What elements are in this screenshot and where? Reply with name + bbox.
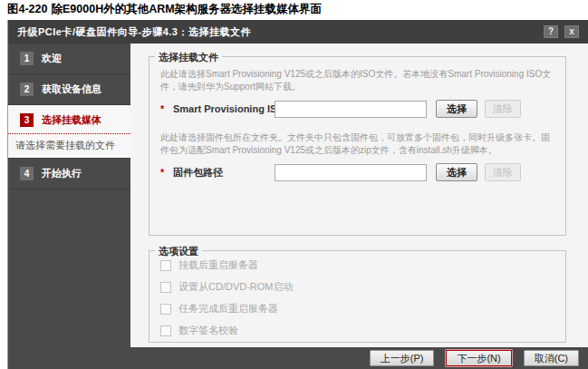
firmware-select-button[interactable]: 选择: [436, 163, 477, 181]
sidebar-step-welcome[interactable]: 1 欢迎: [8, 44, 130, 74]
dialog-footer: 上一步(P) 下一步(N) 取消(C): [8, 347, 588, 369]
checkbox-icon: [160, 282, 171, 293]
iso-field-row: * Smart Provisioning ISO文件 选择 清除: [160, 99, 556, 119]
iso-description: 此处请选择Smart Provisioning V125或之后版本的ISO文件。…: [160, 68, 556, 93]
figure-title: 除E9000H外的其他ARM架构服务器选择挂载媒体界面: [51, 3, 322, 15]
dialog-title: 升级PCIe卡/硬盘固件向导-步骤4.3：选择挂载文件: [17, 25, 537, 39]
step-label: 欢迎: [42, 52, 62, 65]
help-icon[interactable]: ?: [544, 25, 558, 38]
iso-file-label: Smart Provisioning ISO文件: [173, 102, 275, 116]
sidebar-filler: [8, 189, 130, 347]
checkbox-label: 挂载后重启服务器: [178, 258, 258, 272]
checkbox-label: 设置从CD/DVD-ROM启动: [178, 280, 294, 294]
firmware-field-row: * 固件包路径 选择 清除: [160, 162, 556, 182]
firmware-path-input[interactable]: [275, 164, 427, 181]
previous-button[interactable]: 上一步(P): [370, 350, 435, 366]
firmware-path-label: 固件包路径: [173, 166, 275, 180]
iso-clear-button: 清除: [485, 100, 521, 118]
figure-caption: 图4-220除E9000H外的其他ARM架构服务器选择挂载媒体界面: [7, 2, 322, 17]
screenshot-stage: 图4-220除E9000H外的其他ARM架构服务器选择挂载媒体界面 升级PCIe…: [0, 0, 588, 369]
step-number-badge: 3: [20, 113, 34, 127]
dialog-titlebar: 升级PCIe卡/硬盘固件向导-步骤4.3：选择挂载文件 ? x: [8, 20, 588, 44]
sidebar-step-device-info[interactable]: 2 获取设备信息: [8, 74, 130, 105]
sidebar-step-select-media[interactable]: 3 选择挂载媒体: [8, 105, 130, 134]
checkbox-icon: [160, 260, 171, 271]
options-group: 选项设置 挂载后重启服务器 设置从CD/DVD-ROM启动 任务完成后重启服务器: [149, 250, 566, 343]
options-group-title: 选项设置: [155, 245, 202, 258]
iso-select-button[interactable]: 选择: [436, 100, 477, 118]
checkbox-icon: [160, 325, 171, 336]
close-icon[interactable]: x: [564, 25, 579, 38]
main-content: 选择挂载文件 此处请选择Smart Provisioning V125或之后版本…: [130, 44, 588, 347]
firmware-clear-button: 清除: [485, 163, 521, 181]
required-marker: *: [160, 167, 173, 178]
step-number-badge: 4: [20, 167, 34, 180]
step-subtext: 请选择需要挂载的文件: [8, 134, 130, 158]
cancel-button[interactable]: 取消(C): [524, 350, 579, 366]
sidebar-step-select-media-active: 3 选择挂载媒体 请选择需要挂载的文件: [8, 105, 130, 159]
step-label: 开始执行: [42, 167, 82, 180]
required-marker: *: [160, 103, 173, 114]
checkbox-row-boot-from-cd: 设置从CD/DVD-ROM启动: [160, 280, 556, 294]
dialog-body: 1 欢迎 2 获取设备信息 3 选择挂载媒体 请选择需要挂载的文件 4 开: [8, 44, 588, 347]
checkbox-icon: [160, 304, 171, 315]
wizard-dialog: 升级PCIe卡/硬盘固件向导-步骤4.3：选择挂载文件 ? x 1 欢迎 2 获…: [7, 20, 588, 369]
iso-file-input[interactable]: [275, 101, 427, 118]
wizard-steps-sidebar: 1 欢迎 2 获取设备信息 3 选择挂载媒体 请选择需要挂载的文件 4 开: [8, 44, 130, 347]
mount-file-group: 选择挂载文件 此处请选择Smart Provisioning V125或之后版本…: [149, 56, 566, 236]
checkbox-row-restart-after-mount: 挂载后重启服务器: [160, 258, 556, 272]
checkbox-label: 任务完成后重启服务器: [178, 302, 278, 316]
step-number-badge: 1: [20, 52, 34, 65]
next-button[interactable]: 下一步(N): [446, 350, 511, 366]
checkbox-row-restart-after-task: 任务完成后重启服务器: [160, 302, 556, 316]
step-label: 选择挂载媒体: [42, 113, 101, 127]
checkbox-label: 数字签名校验: [178, 324, 238, 337]
checkbox-row-signature-check: 数字签名校验: [160, 324, 556, 337]
step-number-badge: 2: [20, 83, 34, 96]
sidebar-step-execute[interactable]: 4 开始执行: [8, 159, 130, 189]
figure-number: 图4-220: [7, 3, 47, 15]
mount-file-group-title: 选择挂载文件: [155, 51, 222, 64]
step-label: 获取设备信息: [42, 83, 101, 96]
firmware-description: 此处请选择固件包所在文件夹。文件夹中只包含固件包，可放置多个固件包，同时升级多张…: [160, 131, 556, 157]
